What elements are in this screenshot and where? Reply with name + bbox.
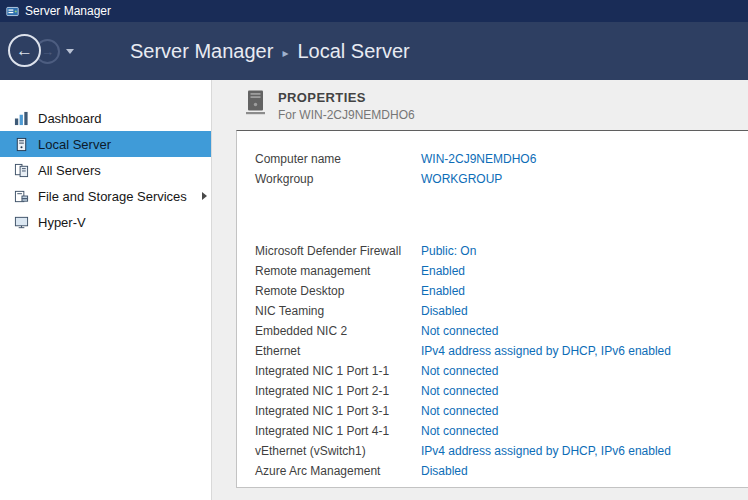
properties-header: PROPERTIES For WIN-2CJ9NEMDHO6 bbox=[246, 90, 415, 122]
breadcrumb-current: Local Server bbox=[297, 40, 409, 63]
property-value[interactable]: WORKGROUP bbox=[421, 172, 502, 186]
properties-title: PROPERTIES bbox=[278, 90, 415, 105]
property-value[interactable]: Not connected bbox=[421, 404, 498, 418]
all-servers-icon bbox=[13, 162, 29, 178]
property-value[interactable]: Not connected bbox=[421, 364, 498, 378]
property-label: Integrated NIC 1 Port 2-1 bbox=[255, 384, 421, 398]
property-label: Azure Arc Management bbox=[255, 464, 421, 478]
property-value[interactable]: IPv4 address assigned by DHCP, IPv6 enab… bbox=[421, 344, 671, 358]
property-label: Computer name bbox=[255, 152, 421, 166]
server-manager-app-icon bbox=[5, 4, 19, 18]
property-value[interactable]: Disabled bbox=[421, 304, 468, 318]
back-button[interactable]: ← bbox=[8, 34, 41, 67]
property-value[interactable]: Public: On bbox=[421, 244, 476, 258]
property-row: Integrated NIC 1 Port 3-1 Not connected bbox=[255, 401, 748, 421]
property-label: NIC Teaming bbox=[255, 304, 421, 318]
sidebar-item-label: Dashboard bbox=[38, 111, 102, 126]
properties-panel: Computer name WIN-2CJ9NEMDHO6 Workgroup … bbox=[236, 130, 748, 488]
main-content: PROPERTIES For WIN-2CJ9NEMDHO6 Computer … bbox=[212, 80, 748, 500]
properties-group-top: Computer name WIN-2CJ9NEMDHO6 Workgroup … bbox=[255, 149, 748, 189]
file-storage-icon bbox=[13, 188, 29, 204]
history-dropdown-caret-icon[interactable] bbox=[66, 49, 74, 54]
property-row: Workgroup WORKGROUP bbox=[255, 169, 748, 189]
property-row: vEthernet (vSwitch1) IPv4 address assign… bbox=[255, 441, 748, 461]
property-row: Microsoft Defender Firewall Public: On bbox=[255, 241, 748, 261]
sidebar-item-label: Hyper-V bbox=[38, 215, 86, 230]
sidebar: Dashboard Local Server bbox=[0, 80, 212, 500]
property-row: Embedded NIC 2 Not connected bbox=[255, 321, 748, 341]
property-row: Remote management Enabled bbox=[255, 261, 748, 281]
property-row: Computer name WIN-2CJ9NEMDHO6 bbox=[255, 149, 748, 169]
property-label: Integrated NIC 1 Port 4-1 bbox=[255, 424, 421, 438]
property-label: Integrated NIC 1 Port 1-1 bbox=[255, 364, 421, 378]
breadcrumb: Server Manager ▸ Local Server bbox=[130, 40, 410, 63]
chevron-right-icon bbox=[202, 192, 207, 200]
property-label: Ethernet bbox=[255, 344, 421, 358]
sidebar-item-dashboard[interactable]: Dashboard bbox=[0, 105, 211, 131]
window-title: Server Manager bbox=[25, 4, 111, 18]
titlebar: Server Manager bbox=[0, 0, 748, 22]
property-label: Embedded NIC 2 bbox=[255, 324, 421, 338]
back-arrow-icon: ← bbox=[16, 42, 33, 59]
forward-arrow-icon: → bbox=[41, 45, 54, 58]
property-row: NIC Teaming Disabled bbox=[255, 301, 748, 321]
property-value[interactable]: Not connected bbox=[421, 324, 498, 338]
sidebar-item-label: All Servers bbox=[38, 163, 101, 178]
property-row: Azure Arc Management Disabled bbox=[255, 461, 748, 481]
properties-group-spacer bbox=[255, 189, 748, 241]
property-row: Integrated NIC 1 Port 4-1 Not connected bbox=[255, 421, 748, 441]
hyperv-icon bbox=[13, 214, 29, 230]
property-label: Remote management bbox=[255, 264, 421, 278]
property-label: vEthernet (vSwitch1) bbox=[255, 444, 421, 458]
sidebar-item-local-server[interactable]: Local Server bbox=[0, 131, 211, 157]
property-value[interactable]: Enabled bbox=[421, 264, 465, 278]
server-tile-icon bbox=[246, 90, 265, 119]
navigation-bar: → ← Server Manager ▸ Local Server bbox=[0, 22, 748, 80]
properties-group-network: Microsoft Defender Firewall Public: On R… bbox=[255, 241, 748, 481]
property-label: Workgroup bbox=[255, 172, 421, 186]
breadcrumb-separator-icon: ▸ bbox=[282, 45, 288, 59]
property-label: Microsoft Defender Firewall bbox=[255, 244, 421, 258]
property-value[interactable]: Not connected bbox=[421, 384, 498, 398]
dashboard-icon bbox=[13, 110, 29, 126]
property-label: Remote Desktop bbox=[255, 284, 421, 298]
properties-header-text: PROPERTIES For WIN-2CJ9NEMDHO6 bbox=[278, 90, 415, 122]
sidebar-item-label: File and Storage Services bbox=[38, 189, 187, 204]
sidebar-item-all-servers[interactable]: All Servers bbox=[0, 157, 211, 183]
properties-subtitle: For WIN-2CJ9NEMDHO6 bbox=[278, 108, 415, 122]
property-value[interactable]: Enabled bbox=[421, 284, 465, 298]
property-row: Ethernet IPv4 address assigned by DHCP, … bbox=[255, 341, 748, 361]
breadcrumb-root[interactable]: Server Manager bbox=[130, 40, 273, 63]
sidebar-item-label: Local Server bbox=[38, 137, 111, 152]
sidebar-item-file-and-storage-services[interactable]: File and Storage Services bbox=[0, 183, 211, 209]
server-icon bbox=[13, 136, 29, 152]
property-row: Remote Desktop Enabled bbox=[255, 281, 748, 301]
sidebar-item-hyper-v[interactable]: Hyper-V bbox=[0, 209, 211, 235]
property-value[interactable]: Not connected bbox=[421, 424, 498, 438]
property-row: Integrated NIC 1 Port 2-1 Not connected bbox=[255, 381, 748, 401]
property-label: Integrated NIC 1 Port 3-1 bbox=[255, 404, 421, 418]
property-value[interactable]: Disabled bbox=[421, 464, 468, 478]
server-manager-window: Server Manager → ← Server Manager ▸ Loca… bbox=[0, 0, 748, 500]
property-row: Integrated NIC 1 Port 1-1 Not connected bbox=[255, 361, 748, 381]
property-value[interactable]: IPv4 address assigned by DHCP, IPv6 enab… bbox=[421, 444, 671, 458]
property-value[interactable]: WIN-2CJ9NEMDHO6 bbox=[421, 152, 536, 166]
